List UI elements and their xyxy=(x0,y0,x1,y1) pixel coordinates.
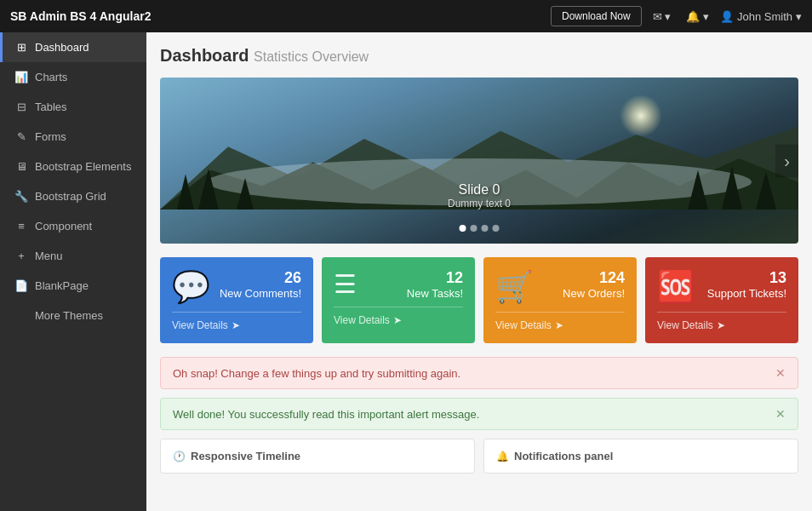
bootstrap-elements-icon: 🖥 xyxy=(14,160,28,173)
top-navbar: SB Admin BS 4 Angular2 Download Now ✉ ▾ … xyxy=(0,0,812,32)
carousel-indicators xyxy=(460,225,500,232)
forms-icon: ✎ xyxy=(14,130,28,143)
timeline-title: 🕐 Responsive Timeline xyxy=(173,450,462,462)
tables-icon: ⊟ xyxy=(14,100,28,113)
notifications-title: 🔔 Notifications panel xyxy=(496,450,786,462)
sidebar-item-bootstrap-grid[interactable]: 🔧 Bootstrap Grid xyxy=(0,181,146,211)
stat-card-tasks: ☰ 12 New Tasks! View Details ➤ xyxy=(322,257,475,343)
tasks-footer: View Details ➤ xyxy=(334,307,463,326)
alert-danger-text: Oh snap! Change a few things up and try … xyxy=(173,367,460,380)
sidebar-item-component[interactable]: ≡ Component xyxy=(0,211,146,241)
sidebar-label-component: Component xyxy=(35,220,92,233)
page-title: Dashboard Statistics Overview xyxy=(160,46,798,66)
alert-danger-close[interactable]: ✕ xyxy=(775,366,786,380)
comments-footer: View Details ➤ xyxy=(172,312,301,331)
orders-count: 124 xyxy=(563,269,625,287)
tasks-count: 12 xyxy=(407,269,463,287)
sidebar-label-more-themes: More Themes xyxy=(35,309,103,322)
bootstrap-grid-icon: 🔧 xyxy=(14,190,28,203)
sidebar-label-bootstrap-elements: Bootstrap Elements xyxy=(35,160,131,173)
sidebar-label-menu: Menu xyxy=(35,250,63,262)
carousel[interactable]: Slide 0 Dummy text 0 › xyxy=(160,78,798,244)
charts-icon: 📊 xyxy=(14,71,28,83)
alert-success: Well done! You successfully read this im… xyxy=(160,398,798,430)
sidebar-item-tables[interactable]: ⊟ Tables xyxy=(0,92,146,122)
orders-footer: View Details ➤ xyxy=(495,312,625,331)
carousel-dot-0[interactable] xyxy=(460,225,466,232)
comments-icon: 💬 xyxy=(172,269,210,305)
notifications-icon: 🔔 xyxy=(496,451,509,462)
tickets-icon: 🆘 xyxy=(657,269,695,305)
comments-label: New Comments! xyxy=(220,287,301,300)
bottom-card-notifications: 🔔 Notifications panel xyxy=(483,439,798,474)
arrow-icon: ➤ xyxy=(555,319,563,331)
comments-count: 26 xyxy=(220,269,301,287)
carousel-caption: Slide 0 Dummy text 0 xyxy=(448,182,511,210)
tickets-footer: View Details ➤ xyxy=(657,312,786,331)
component-icon: ≡ xyxy=(14,220,28,233)
alert-success-close[interactable]: ✕ xyxy=(775,407,786,421)
email-button[interactable]: ✉ ▾ xyxy=(649,9,676,25)
navbar-right: Download Now ✉ ▾ 🔔 ▾ 👤 John Smith ▾ xyxy=(551,6,802,26)
sidebar-label-forms: Forms xyxy=(35,130,66,143)
bottom-card-timeline: 🕐 Responsive Timeline xyxy=(160,439,475,474)
arrow-icon: ➤ xyxy=(717,319,725,331)
blank-page-icon: 📄 xyxy=(14,279,28,292)
tasks-icon: ☰ xyxy=(334,269,357,299)
tickets-label: Support Tickets! xyxy=(707,287,786,300)
arrow-icon: ➤ xyxy=(232,319,240,331)
carousel-dot-3[interactable] xyxy=(493,225,500,232)
tasks-label: New Tasks! xyxy=(407,287,463,300)
sidebar-item-charts[interactable]: 📊 Charts xyxy=(0,62,146,92)
carousel-text: Dummy text 0 xyxy=(448,198,511,210)
carousel-dot-2[interactable] xyxy=(482,225,489,232)
carousel-title: Slide 0 xyxy=(448,182,511,198)
carousel-dot-1[interactable] xyxy=(471,225,477,232)
user-icon: 👤 xyxy=(720,10,734,23)
user-dropdown-icon: ▾ xyxy=(796,10,802,23)
user-menu[interactable]: 👤 John Smith ▾ xyxy=(720,10,802,23)
stat-cards: 💬 26 New Comments! View Details ➤ ☰ 12 N… xyxy=(160,257,798,343)
tickets-view-details[interactable]: View Details ➤ xyxy=(657,319,786,331)
sidebar-label-blank-page: BlankPage xyxy=(35,279,89,292)
tasks-view-details[interactable]: View Details ➤ xyxy=(334,314,463,326)
stat-card-tickets: 🆘 13 Support Tickets! View Details ➤ xyxy=(645,257,798,343)
user-name: John Smith xyxy=(737,10,792,23)
sidebar-label-dashboard: Dashboard xyxy=(35,41,89,54)
sidebar: ⊞ Dashboard 📊 Charts ⊟ Tables ✎ Forms 🖥 … xyxy=(0,32,146,511)
sidebar-label-bootstrap-grid: Bootstrap Grid xyxy=(35,190,106,203)
navbar-brand: SB Admin BS 4 Angular2 xyxy=(10,9,151,23)
sidebar-item-forms[interactable]: ✎ Forms xyxy=(0,122,146,152)
sidebar-label-tables: Tables xyxy=(35,100,67,113)
sidebar-item-menu[interactable]: + Menu xyxy=(0,241,146,271)
download-button[interactable]: Download Now xyxy=(551,6,642,26)
dashboard-icon: ⊞ xyxy=(14,41,28,54)
orders-view-details[interactable]: View Details ➤ xyxy=(495,319,625,331)
orders-icon: 🛒 xyxy=(495,269,534,305)
sidebar-item-more-themes[interactable]: More Themes xyxy=(0,301,146,330)
alert-danger: Oh snap! Change a few things up and try … xyxy=(160,357,798,389)
carousel-next[interactable]: › xyxy=(775,144,798,177)
orders-label: New Orders! xyxy=(563,287,625,300)
main-layout: ⊞ Dashboard 📊 Charts ⊟ Tables ✎ Forms 🖥 … xyxy=(0,32,812,511)
content-area: Dashboard Statistics Overview xyxy=(146,32,812,511)
arrow-icon: ➤ xyxy=(393,314,402,326)
timeline-icon: 🕐 xyxy=(173,451,186,462)
sidebar-item-bootstrap-elements[interactable]: 🖥 Bootstrap Elements xyxy=(0,152,146,181)
alert-success-text: Well done! You successfully read this im… xyxy=(173,408,479,421)
comments-view-details[interactable]: View Details ➤ xyxy=(172,319,301,331)
sidebar-label-charts: Charts xyxy=(35,71,67,83)
menu-icon: + xyxy=(14,250,28,262)
stat-card-orders: 🛒 124 New Orders! View Details ➤ xyxy=(483,257,637,343)
stat-card-comments: 💬 26 New Comments! View Details ➤ xyxy=(160,257,313,343)
bell-button[interactable]: 🔔 ▾ xyxy=(682,9,713,25)
tickets-count: 13 xyxy=(707,269,786,287)
bottom-row: 🕐 Responsive Timeline 🔔 Notifications pa… xyxy=(160,439,798,474)
sidebar-item-blank-page[interactable]: 📄 BlankPage xyxy=(0,271,146,301)
sidebar-item-dashboard[interactable]: ⊞ Dashboard xyxy=(0,32,146,62)
